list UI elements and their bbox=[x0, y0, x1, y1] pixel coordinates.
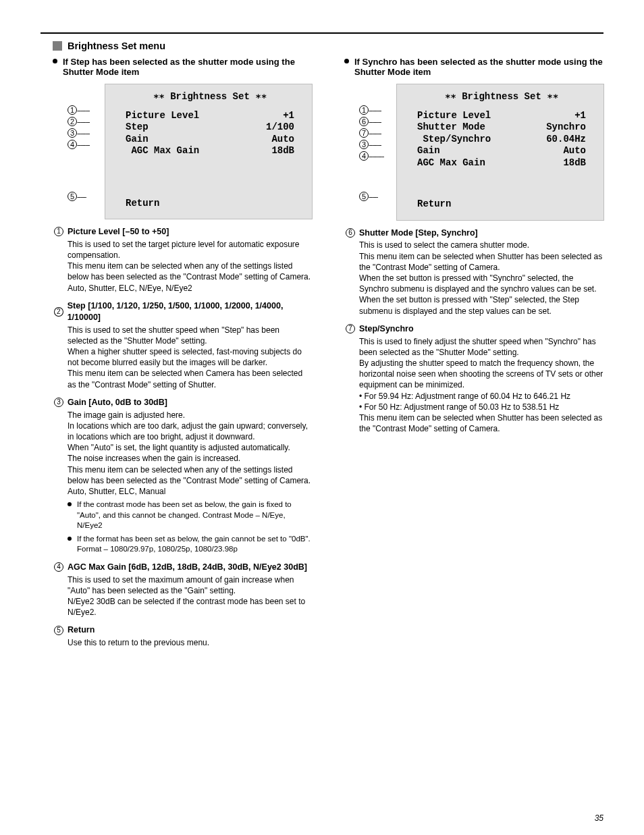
item-2: 2 Step [1/100, 1/120, 1/250, 1/500, 1/10… bbox=[54, 300, 312, 390]
osd-label: Picture Level bbox=[126, 110, 199, 122]
osd-value: +1 bbox=[574, 110, 586, 122]
item-6-body: This is used to select the camera shutte… bbox=[359, 240, 603, 316]
item-7-body: This is used to finely adjust the shutte… bbox=[359, 336, 603, 435]
item-number-icon: 7 bbox=[346, 324, 355, 333]
item-3-title: Gain [Auto, 0dB to 30dB] bbox=[68, 397, 167, 408]
item-5-body: Use this to return to the previous menu. bbox=[68, 637, 312, 648]
osd-return-label: Return bbox=[126, 198, 159, 210]
item-1-body: This is used to set the target picture l… bbox=[68, 239, 312, 294]
callout-number-icon: 1 bbox=[359, 105, 369, 115]
right-heading-text: If Synchro has been selected as the shut… bbox=[354, 57, 603, 77]
item-4-title: AGC Max Gain [6dB, 12dB, 18dB, 24dB, 30d… bbox=[68, 562, 307, 573]
bullet-icon bbox=[68, 537, 72, 541]
osd-row: Gain Auto bbox=[126, 134, 294, 146]
item-number-icon: 6 bbox=[346, 228, 355, 238]
callout-number-icon: 2 bbox=[68, 117, 77, 126]
callout-number-icon: 3 bbox=[68, 128, 77, 138]
osd-return-label: Return bbox=[417, 198, 451, 211]
left-heading: If Step has been selected as the shutter… bbox=[53, 57, 312, 77]
osd-label: Gain bbox=[126, 134, 149, 146]
osd-row: Picture Level +1 bbox=[417, 110, 586, 122]
callout-number-icon: 4 bbox=[359, 151, 369, 161]
item-6-title: Shutter Mode [Step, Synchro] bbox=[359, 227, 478, 239]
osd-row: AGC Max Gain 18dB bbox=[417, 157, 586, 169]
item-2-body: This is used to set the shutter speed wh… bbox=[68, 325, 312, 390]
right-column: If Synchro has been selected as the shut… bbox=[332, 55, 603, 649]
section-marker-icon bbox=[53, 41, 62, 51]
osd-right-wrap: ∗∗ Brightness Set ∗∗ Picture Level +1 Sh… bbox=[369, 84, 603, 221]
item-number-icon: 3 bbox=[54, 398, 63, 407]
item-2-title: Step [1/100, 1/120, 1/250, 1/500, 1/1000… bbox=[68, 300, 312, 323]
bullet-icon bbox=[344, 59, 349, 63]
osd-label: Shutter Mode bbox=[417, 122, 485, 134]
section-header: Brightness Set menu bbox=[53, 41, 603, 51]
item-3: 3 Gain [Auto, 0dB to 30dB] The image gai… bbox=[54, 397, 312, 555]
item-3-note-1: If the contrast mode has been set as bel… bbox=[68, 500, 312, 531]
item-1: 1 Picture Level [–50 to +50] This is use… bbox=[54, 226, 312, 294]
osd-label: Gain bbox=[417, 145, 440, 157]
item-5: 5 Return Use this to return to the previ… bbox=[54, 624, 312, 648]
osd-label: AGC Max Gain bbox=[126, 145, 199, 157]
osd-value: Auto bbox=[563, 145, 586, 157]
osd-label: AGC Max Gain bbox=[417, 157, 485, 169]
osd-row: Step 1/100 bbox=[126, 122, 294, 134]
left-column: If Step has been selected as the shutter… bbox=[41, 55, 312, 649]
item-1-title: Picture Level [–50 to +50] bbox=[68, 226, 169, 238]
callout-number-icon: 4 bbox=[68, 140, 77, 149]
osd-value: Synchro bbox=[546, 122, 586, 134]
osd-value: +1 bbox=[283, 110, 294, 122]
item-3-body: The image gain is adjusted here. In loca… bbox=[68, 410, 312, 497]
osd-right-title: ∗∗ Brightness Set ∗∗ bbox=[417, 91, 586, 103]
item-3-note-2: If the format has been set as below, the… bbox=[68, 534, 312, 555]
item-number-icon: 5 bbox=[54, 626, 63, 635]
left-heading-text: If Step has been selected as the shutter… bbox=[63, 57, 312, 77]
osd-row: AGC Max Gain 18dB bbox=[126, 145, 294, 157]
item-7: 7 Step/Synchro This is used to finely ad… bbox=[346, 323, 603, 435]
osd-left-wrap: ∗∗ Brightness Set ∗∗ Picture Level +1 St… bbox=[78, 84, 312, 219]
osd-row-return: Return bbox=[126, 198, 294, 210]
osd-row: Gain Auto bbox=[417, 145, 586, 157]
osd-value: Auto bbox=[271, 134, 294, 146]
top-rule bbox=[41, 32, 603, 34]
osd-row: Step/Synchro 60.04Hz bbox=[417, 134, 586, 146]
item-7-title: Step/Synchro bbox=[359, 323, 414, 335]
bullet-icon bbox=[68, 502, 72, 506]
item-number-icon: 4 bbox=[54, 562, 63, 572]
osd-value: 1/100 bbox=[266, 122, 294, 134]
callout-number-icon: 7 bbox=[359, 128, 369, 138]
osd-row: Shutter Mode Synchro bbox=[417, 122, 586, 134]
osd-value: 18dB bbox=[271, 145, 294, 157]
item-4-body: This is used to set the maximum amount o… bbox=[68, 574, 312, 618]
item-number-icon: 1 bbox=[54, 227, 63, 236]
osd-label: Step/Synchro bbox=[417, 134, 491, 146]
section-title: Brightness Set menu bbox=[68, 41, 165, 51]
right-heading: If Synchro has been selected as the shut… bbox=[344, 57, 603, 77]
callout-number-icon: 1 bbox=[68, 105, 77, 115]
item-6: 6 Shutter Mode [Step, Synchro] This is u… bbox=[346, 227, 603, 317]
osd-row-return: Return bbox=[417, 198, 586, 211]
callout-number-icon: 3 bbox=[359, 140, 369, 149]
item-number-icon: 2 bbox=[54, 307, 63, 317]
osd-value: 60.04Hz bbox=[546, 134, 586, 146]
callout-number-icon: 5 bbox=[68, 192, 77, 201]
osd-label: Step bbox=[126, 122, 149, 134]
osd-label: Picture Level bbox=[417, 110, 491, 122]
item-5-title: Return bbox=[68, 624, 95, 636]
osd-right-panel: ∗∗ Brightness Set ∗∗ Picture Level +1 Sh… bbox=[396, 84, 604, 221]
page-number: 35 bbox=[595, 813, 603, 823]
callout-number-icon: 5 bbox=[359, 192, 369, 201]
osd-row: Picture Level +1 bbox=[126, 110, 294, 122]
item-4: 4 AGC Max Gain [6dB, 12dB, 18dB, 24dB, 3… bbox=[54, 562, 312, 618]
osd-left-title: ∗∗ Brightness Set ∗∗ bbox=[126, 91, 294, 103]
osd-left-panel: ∗∗ Brightness Set ∗∗ Picture Level +1 St… bbox=[105, 84, 313, 219]
osd-value: 18dB bbox=[563, 157, 586, 169]
callout-number-icon: 6 bbox=[359, 117, 369, 126]
bullet-icon bbox=[53, 59, 57, 63]
